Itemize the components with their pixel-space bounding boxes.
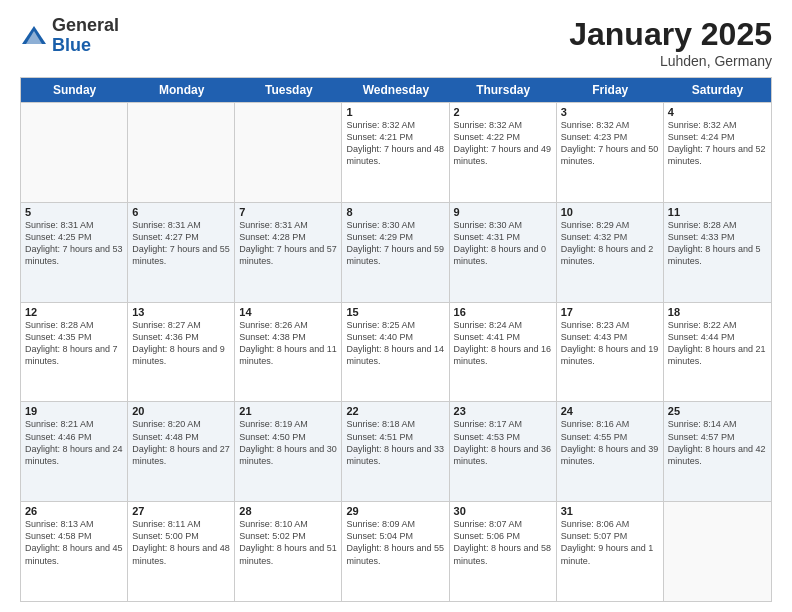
day-number: 29 [346,505,444,517]
day-info: Sunrise: 8:32 AM Sunset: 4:24 PM Dayligh… [668,119,767,168]
calendar-page: General Blue January 2025 Luhden, German… [0,0,792,612]
header-friday: Friday [557,78,664,102]
header-saturday: Saturday [664,78,771,102]
day-number: 31 [561,505,659,517]
header-tuesday: Tuesday [235,78,342,102]
day-number: 4 [668,106,767,118]
calendar-cell-r1-c5: 2Sunrise: 8:32 AM Sunset: 4:22 PM Daylig… [450,103,557,202]
calendar-cell-r1-c6: 3Sunrise: 8:32 AM Sunset: 4:23 PM Daylig… [557,103,664,202]
day-number: 23 [454,405,552,417]
day-number: 24 [561,405,659,417]
day-info: Sunrise: 8:22 AM Sunset: 4:44 PM Dayligh… [668,319,767,368]
day-number: 9 [454,206,552,218]
day-number: 5 [25,206,123,218]
day-info: Sunrise: 8:32 AM Sunset: 4:22 PM Dayligh… [454,119,552,168]
day-number: 13 [132,306,230,318]
day-info: Sunrise: 8:13 AM Sunset: 4:58 PM Dayligh… [25,518,123,567]
day-info: Sunrise: 8:32 AM Sunset: 4:23 PM Dayligh… [561,119,659,168]
calendar-cell-r4-c4: 22Sunrise: 8:18 AM Sunset: 4:51 PM Dayli… [342,402,449,501]
day-number: 28 [239,505,337,517]
day-number: 27 [132,505,230,517]
calendar-cell-r1-c2 [128,103,235,202]
calendar-cell-r3-c7: 18Sunrise: 8:22 AM Sunset: 4:44 PM Dayli… [664,303,771,402]
day-number: 2 [454,106,552,118]
day-info: Sunrise: 8:25 AM Sunset: 4:40 PM Dayligh… [346,319,444,368]
day-number: 3 [561,106,659,118]
calendar-cell-r1-c7: 4Sunrise: 8:32 AM Sunset: 4:24 PM Daylig… [664,103,771,202]
calendar-cell-r5-c7 [664,502,771,601]
calendar-cell-r3-c4: 15Sunrise: 8:25 AM Sunset: 4:40 PM Dayli… [342,303,449,402]
calendar-cell-r3-c6: 17Sunrise: 8:23 AM Sunset: 4:43 PM Dayli… [557,303,664,402]
logo-text: General Blue [52,16,119,56]
day-info: Sunrise: 8:30 AM Sunset: 4:31 PM Dayligh… [454,219,552,268]
calendar-cell-r1-c3 [235,103,342,202]
calendar-row-4: 19Sunrise: 8:21 AM Sunset: 4:46 PM Dayli… [21,401,771,501]
day-number: 10 [561,206,659,218]
calendar-cell-r4-c3: 21Sunrise: 8:19 AM Sunset: 4:50 PM Dayli… [235,402,342,501]
day-info: Sunrise: 8:29 AM Sunset: 4:32 PM Dayligh… [561,219,659,268]
logo-general-label: General [52,16,119,36]
day-number: 1 [346,106,444,118]
day-info: Sunrise: 8:09 AM Sunset: 5:04 PM Dayligh… [346,518,444,567]
calendar-cell-r5-c6: 31Sunrise: 8:06 AM Sunset: 5:07 PM Dayli… [557,502,664,601]
calendar-cell-r5-c4: 29Sunrise: 8:09 AM Sunset: 5:04 PM Dayli… [342,502,449,601]
day-info: Sunrise: 8:30 AM Sunset: 4:29 PM Dayligh… [346,219,444,268]
day-info: Sunrise: 8:24 AM Sunset: 4:41 PM Dayligh… [454,319,552,368]
calendar-cell-r1-c1 [21,103,128,202]
header-sunday: Sunday [21,78,128,102]
calendar-body: 1Sunrise: 8:32 AM Sunset: 4:21 PM Daylig… [21,102,771,601]
logo-blue-label: Blue [52,36,119,56]
calendar-cell-r2-c2: 6Sunrise: 8:31 AM Sunset: 4:27 PM Daylig… [128,203,235,302]
calendar-cell-r5-c1: 26Sunrise: 8:13 AM Sunset: 4:58 PM Dayli… [21,502,128,601]
calendar-cell-r2-c1: 5Sunrise: 8:31 AM Sunset: 4:25 PM Daylig… [21,203,128,302]
calendar-cell-r2-c5: 9Sunrise: 8:30 AM Sunset: 4:31 PM Daylig… [450,203,557,302]
day-number: 17 [561,306,659,318]
calendar: Sunday Monday Tuesday Wednesday Thursday… [20,77,772,602]
calendar-cell-r3-c1: 12Sunrise: 8:28 AM Sunset: 4:35 PM Dayli… [21,303,128,402]
day-number: 11 [668,206,767,218]
day-number: 18 [668,306,767,318]
day-info: Sunrise: 8:14 AM Sunset: 4:57 PM Dayligh… [668,418,767,467]
day-info: Sunrise: 8:18 AM Sunset: 4:51 PM Dayligh… [346,418,444,467]
day-info: Sunrise: 8:06 AM Sunset: 5:07 PM Dayligh… [561,518,659,567]
day-number: 15 [346,306,444,318]
day-info: Sunrise: 8:23 AM Sunset: 4:43 PM Dayligh… [561,319,659,368]
day-info: Sunrise: 8:26 AM Sunset: 4:38 PM Dayligh… [239,319,337,368]
calendar-cell-r1-c4: 1Sunrise: 8:32 AM Sunset: 4:21 PM Daylig… [342,103,449,202]
day-number: 25 [668,405,767,417]
calendar-row-1: 1Sunrise: 8:32 AM Sunset: 4:21 PM Daylig… [21,102,771,202]
calendar-cell-r2-c4: 8Sunrise: 8:30 AM Sunset: 4:29 PM Daylig… [342,203,449,302]
day-number: 22 [346,405,444,417]
calendar-cell-r4-c6: 24Sunrise: 8:16 AM Sunset: 4:55 PM Dayli… [557,402,664,501]
header-thursday: Thursday [450,78,557,102]
day-info: Sunrise: 8:28 AM Sunset: 4:35 PM Dayligh… [25,319,123,368]
header-wednesday: Wednesday [342,78,449,102]
day-info: Sunrise: 8:31 AM Sunset: 4:27 PM Dayligh… [132,219,230,268]
calendar-cell-r3-c3: 14Sunrise: 8:26 AM Sunset: 4:38 PM Dayli… [235,303,342,402]
calendar-cell-r2-c3: 7Sunrise: 8:31 AM Sunset: 4:28 PM Daylig… [235,203,342,302]
logo: General Blue [20,16,119,56]
day-info: Sunrise: 8:16 AM Sunset: 4:55 PM Dayligh… [561,418,659,467]
calendar-header: Sunday Monday Tuesday Wednesday Thursday… [21,78,771,102]
calendar-cell-r2-c7: 11Sunrise: 8:28 AM Sunset: 4:33 PM Dayli… [664,203,771,302]
day-number: 7 [239,206,337,218]
calendar-cell-r5-c2: 27Sunrise: 8:11 AM Sunset: 5:00 PM Dayli… [128,502,235,601]
calendar-cell-r4-c2: 20Sunrise: 8:20 AM Sunset: 4:48 PM Dayli… [128,402,235,501]
day-info: Sunrise: 8:28 AM Sunset: 4:33 PM Dayligh… [668,219,767,268]
calendar-cell-r4-c5: 23Sunrise: 8:17 AM Sunset: 4:53 PM Dayli… [450,402,557,501]
day-number: 16 [454,306,552,318]
calendar-row-3: 12Sunrise: 8:28 AM Sunset: 4:35 PM Dayli… [21,302,771,402]
calendar-cell-r5-c5: 30Sunrise: 8:07 AM Sunset: 5:06 PM Dayli… [450,502,557,601]
day-info: Sunrise: 8:19 AM Sunset: 4:50 PM Dayligh… [239,418,337,467]
header-monday: Monday [128,78,235,102]
day-number: 21 [239,405,337,417]
calendar-row-2: 5Sunrise: 8:31 AM Sunset: 4:25 PM Daylig… [21,202,771,302]
day-number: 30 [454,505,552,517]
day-number: 8 [346,206,444,218]
day-info: Sunrise: 8:20 AM Sunset: 4:48 PM Dayligh… [132,418,230,467]
calendar-cell-r3-c2: 13Sunrise: 8:27 AM Sunset: 4:36 PM Dayli… [128,303,235,402]
calendar-cell-r3-c5: 16Sunrise: 8:24 AM Sunset: 4:41 PM Dayli… [450,303,557,402]
day-number: 26 [25,505,123,517]
day-info: Sunrise: 8:32 AM Sunset: 4:21 PM Dayligh… [346,119,444,168]
day-info: Sunrise: 8:27 AM Sunset: 4:36 PM Dayligh… [132,319,230,368]
